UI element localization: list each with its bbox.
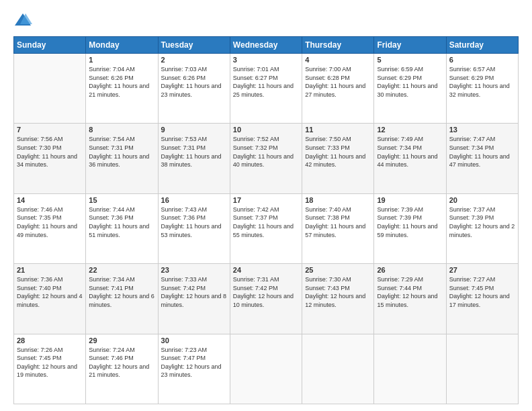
day-info: Sunrise: 7:47 AM Sunset: 7:34 PM Dayligh… [449, 135, 515, 169]
day-info: Sunrise: 7:36 AM Sunset: 7:40 PM Dayligh… [17, 275, 83, 309]
calendar-cell: 18Sunrise: 7:40 AM Sunset: 7:38 PM Dayli… [302, 193, 374, 263]
day-number: 22 [89, 266, 154, 274]
day-number: 16 [161, 196, 227, 204]
day-number: 2 [161, 56, 227, 64]
day-info: Sunrise: 7:44 AM Sunset: 7:36 PM Dayligh… [89, 205, 154, 239]
day-number: 9 [161, 126, 227, 134]
day-number: 27 [449, 266, 515, 274]
day-info: Sunrise: 7:40 AM Sunset: 7:38 PM Dayligh… [305, 205, 371, 239]
day-number: 13 [449, 126, 515, 134]
day-info: Sunrise: 7:50 AM Sunset: 7:33 PM Dayligh… [305, 135, 371, 169]
calendar-cell: 4Sunrise: 7:00 AM Sunset: 6:28 PM Daylig… [302, 54, 374, 124]
day-info: Sunrise: 7:49 AM Sunset: 7:34 PM Dayligh… [377, 135, 443, 169]
day-info: Sunrise: 7:01 AM Sunset: 6:27 PM Dayligh… [233, 65, 299, 99]
day-info: Sunrise: 7:46 AM Sunset: 7:35 PM Dayligh… [17, 205, 83, 239]
day-info: Sunrise: 7:26 AM Sunset: 7:45 PM Dayligh… [17, 346, 83, 379]
day-number: 12 [377, 126, 443, 134]
day-number: 25 [305, 266, 371, 274]
day-number: 29 [89, 336, 154, 345]
day-number: 23 [161, 266, 227, 274]
day-header-saturday: Saturday [446, 37, 518, 54]
day-number: 5 [377, 56, 443, 64]
calendar-cell: 21Sunrise: 7:36 AM Sunset: 7:40 PM Dayli… [14, 264, 86, 334]
day-number: 24 [233, 266, 299, 274]
day-info: Sunrise: 7:29 AM Sunset: 7:44 PM Dayligh… [377, 275, 443, 309]
calendar-cell: 14Sunrise: 7:46 AM Sunset: 7:35 PM Dayli… [14, 193, 86, 263]
day-header-tuesday: Tuesday [158, 37, 230, 54]
calendar-cell: 15Sunrise: 7:44 AM Sunset: 7:36 PM Dayli… [86, 193, 158, 263]
day-number: 21 [17, 266, 83, 274]
calendar-cell [230, 334, 302, 404]
calendar-week-3: 14Sunrise: 7:46 AM Sunset: 7:35 PM Dayli… [14, 193, 519, 263]
calendar-table: SundayMondayTuesdayWednesdayThursdayFrid… [13, 36, 519, 404]
day-info: Sunrise: 7:24 AM Sunset: 7:46 PM Dayligh… [89, 346, 154, 379]
day-number: 20 [449, 196, 515, 204]
day-header-friday: Friday [374, 37, 446, 54]
calendar-cell: 11Sunrise: 7:50 AM Sunset: 7:33 PM Dayli… [302, 124, 374, 193]
calendar-cell: 12Sunrise: 7:49 AM Sunset: 7:34 PM Dayli… [374, 124, 446, 193]
calendar-cell: 29Sunrise: 7:24 AM Sunset: 7:46 PM Dayli… [86, 334, 158, 404]
calendar-cell: 25Sunrise: 7:30 AM Sunset: 7:43 PM Dayli… [302, 264, 374, 334]
logo-icon [13, 11, 32, 30]
day-info: Sunrise: 7:30 AM Sunset: 7:43 PM Dayligh… [305, 275, 371, 309]
calendar-week-4: 21Sunrise: 7:36 AM Sunset: 7:40 PM Dayli… [14, 264, 519, 334]
day-info: Sunrise: 7:00 AM Sunset: 6:28 PM Dayligh… [305, 65, 371, 99]
calendar-cell: 27Sunrise: 7:27 AM Sunset: 7:45 PM Dayli… [446, 264, 518, 334]
day-number: 8 [89, 126, 154, 134]
page-header [13, 11, 519, 30]
calendar-week-1: 1Sunrise: 7:04 AM Sunset: 6:26 PM Daylig… [14, 54, 519, 124]
day-number: 10 [233, 126, 299, 134]
day-number: 17 [233, 196, 299, 204]
day-number: 4 [305, 56, 371, 64]
calendar-cell: 20Sunrise: 7:37 AM Sunset: 7:39 PM Dayli… [446, 193, 518, 263]
day-info: Sunrise: 6:57 AM Sunset: 6:29 PM Dayligh… [449, 65, 515, 99]
day-header-monday: Monday [86, 37, 158, 54]
calendar-cell: 30Sunrise: 7:23 AM Sunset: 7:47 PM Dayli… [158, 334, 230, 404]
day-info: Sunrise: 7:52 AM Sunset: 7:32 PM Dayligh… [233, 135, 299, 169]
day-info: Sunrise: 7:27 AM Sunset: 7:45 PM Dayligh… [449, 275, 515, 309]
calendar-cell: 17Sunrise: 7:42 AM Sunset: 7:37 PM Dayli… [230, 193, 302, 263]
day-number: 15 [89, 196, 154, 204]
logo [13, 11, 35, 30]
calendar-cell: 2Sunrise: 7:03 AM Sunset: 6:26 PM Daylig… [158, 54, 230, 124]
calendar-cell: 8Sunrise: 7:54 AM Sunset: 7:31 PM Daylig… [86, 124, 158, 193]
calendar-cell: 22Sunrise: 7:34 AM Sunset: 7:41 PM Dayli… [86, 264, 158, 334]
day-info: Sunrise: 7:33 AM Sunset: 7:42 PM Dayligh… [161, 275, 227, 309]
calendar-week-5: 28Sunrise: 7:26 AM Sunset: 7:45 PM Dayli… [14, 334, 519, 404]
calendar-cell: 9Sunrise: 7:53 AM Sunset: 7:31 PM Daylig… [158, 124, 230, 193]
day-info: Sunrise: 7:42 AM Sunset: 7:37 PM Dayligh… [233, 205, 299, 239]
calendar-cell: 6Sunrise: 6:57 AM Sunset: 6:29 PM Daylig… [446, 54, 518, 124]
calendar-cell: 24Sunrise: 7:31 AM Sunset: 7:42 PM Dayli… [230, 264, 302, 334]
day-info: Sunrise: 7:23 AM Sunset: 7:47 PM Dayligh… [161, 346, 227, 379]
day-number: 6 [449, 56, 515, 64]
day-info: Sunrise: 6:59 AM Sunset: 6:29 PM Dayligh… [377, 65, 443, 99]
calendar-cell: 1Sunrise: 7:04 AM Sunset: 6:26 PM Daylig… [86, 54, 158, 124]
day-header-thursday: Thursday [302, 37, 374, 54]
day-info: Sunrise: 7:04 AM Sunset: 6:26 PM Dayligh… [89, 65, 154, 99]
calendar-cell: 10Sunrise: 7:52 AM Sunset: 7:32 PM Dayli… [230, 124, 302, 193]
day-number: 19 [377, 196, 443, 204]
calendar-cell: 3Sunrise: 7:01 AM Sunset: 6:27 PM Daylig… [230, 54, 302, 124]
calendar-cell: 16Sunrise: 7:43 AM Sunset: 7:36 PM Dayli… [158, 193, 230, 263]
day-info: Sunrise: 7:31 AM Sunset: 7:42 PM Dayligh… [233, 275, 299, 309]
day-info: Sunrise: 7:56 AM Sunset: 7:30 PM Dayligh… [17, 135, 83, 169]
day-info: Sunrise: 7:39 AM Sunset: 7:39 PM Dayligh… [377, 205, 443, 239]
day-info: Sunrise: 7:34 AM Sunset: 7:41 PM Dayligh… [89, 275, 154, 309]
day-header-sunday: Sunday [14, 37, 86, 54]
calendar-cell: 26Sunrise: 7:29 AM Sunset: 7:44 PM Dayli… [374, 264, 446, 334]
day-info: Sunrise: 7:43 AM Sunset: 7:36 PM Dayligh… [161, 205, 227, 239]
day-number: 11 [305, 126, 371, 134]
day-number: 28 [17, 336, 83, 345]
day-number: 14 [17, 196, 83, 204]
calendar-cell: 28Sunrise: 7:26 AM Sunset: 7:45 PM Dayli… [14, 334, 86, 404]
calendar-header-row: SundayMondayTuesdayWednesdayThursdayFrid… [14, 37, 519, 54]
day-info: Sunrise: 7:37 AM Sunset: 7:39 PM Dayligh… [449, 205, 515, 239]
day-number: 30 [161, 336, 227, 345]
calendar-cell [14, 54, 86, 124]
day-number: 7 [17, 126, 83, 134]
calendar-week-2: 7Sunrise: 7:56 AM Sunset: 7:30 PM Daylig… [14, 124, 519, 193]
day-number: 18 [305, 196, 371, 204]
day-info: Sunrise: 7:54 AM Sunset: 7:31 PM Dayligh… [89, 135, 154, 169]
day-number: 26 [377, 266, 443, 274]
day-header-wednesday: Wednesday [230, 37, 302, 54]
